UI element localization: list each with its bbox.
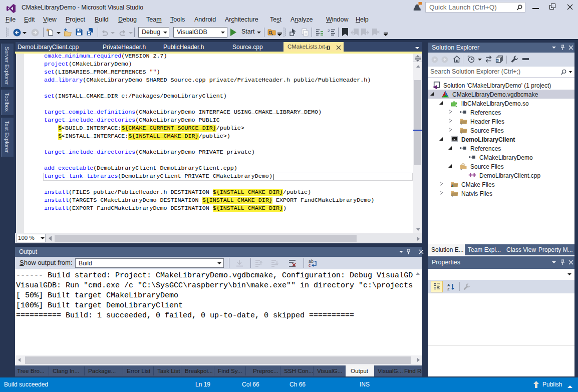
svg-text:Z: Z [447,287,450,290]
svg-text:2: 2 [328,29,330,33]
svg-text:c: c [309,263,311,267]
